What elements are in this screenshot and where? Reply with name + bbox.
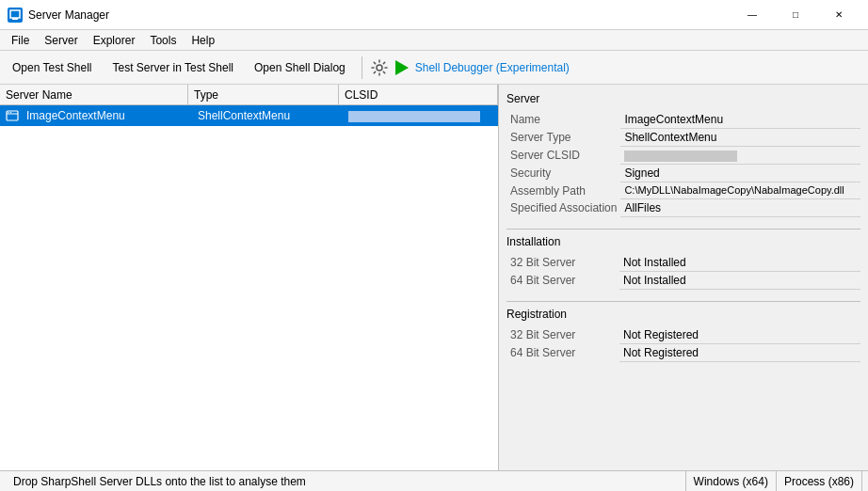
prop-value-assembly: C:\MyDLL\NabaImageCopy\NabaImageCopy.dll: [620, 182, 860, 199]
maximize-button[interactable]: □: [774, 0, 817, 30]
app-icon: [8, 8, 23, 23]
window-title: Server Manager: [28, 8, 731, 22]
prop-row-assembly: Assembly Path C:\MyDLL\NabaImageCopy\Nab…: [506, 182, 860, 199]
svg-rect-1: [12, 18, 18, 20]
prop-value-association: AllFiles: [620, 199, 860, 217]
status-hint: Drop SharpShell Server DLLs onto the lis…: [6, 471, 686, 491]
svg-rect-0: [10, 10, 20, 18]
menu-server[interactable]: Server: [37, 32, 85, 49]
toolbar-separator: [362, 56, 362, 79]
gear-icon[interactable]: [370, 58, 389, 77]
prop-value-server-type: ShellContextMenu: [620, 129, 860, 147]
shell-debugger-label: Shell Debugger (Experimental): [415, 61, 570, 74]
menu-explorer[interactable]: Explorer: [86, 32, 143, 49]
prop-label-clsid: Server CLSID: [506, 147, 620, 165]
row-cell-name: ImageContextMenu: [21, 109, 192, 122]
prop-value-name: ImageContextMenu: [620, 111, 860, 129]
column-header-clsid[interactable]: CLSID: [339, 85, 498, 104]
minimize-button[interactable]: —: [731, 0, 774, 30]
window-controls: — □ ✕: [731, 0, 860, 30]
reg-label-64: 64 Bit Server: [506, 344, 619, 362]
prop-row-association: Specified Association AllFiles: [506, 199, 860, 217]
section-divider-1: [506, 229, 860, 230]
prop-value-clsid: [620, 147, 860, 165]
prop-row-name: Name ImageContextMenu: [506, 111, 860, 129]
clsid-blurred-value: [624, 150, 737, 162]
svg-point-5: [8, 112, 8, 113]
menu-bar: File Server Explorer Tools Help: [0, 30, 868, 51]
status-platform: Windows (x64): [686, 471, 777, 491]
install-value-64: Not Installed: [619, 272, 860, 290]
status-process: Process (x86): [777, 471, 862, 491]
server-list-body: ImageContextMenu ShellContextMenu: [0, 105, 498, 470]
prop-row-security: Security Signed: [506, 165, 860, 182]
test-server-button[interactable]: Test Server in Test Shell: [104, 55, 243, 81]
table-row[interactable]: ImageContextMenu ShellContextMenu: [0, 105, 498, 126]
row-cell-clsid: [343, 109, 498, 122]
row-cell-type: ShellContextMenu: [192, 109, 343, 122]
reg-row-64: 64 Bit Server Not Registered: [506, 344, 860, 362]
prop-label-server-type: Server Type: [506, 129, 620, 147]
registration-properties-table: 32 Bit Server Not Registered 64 Bit Serv…: [506, 326, 860, 362]
install-label-32: 32 Bit Server: [506, 254, 619, 272]
install-row-64: 64 Bit Server Not Installed: [506, 272, 860, 290]
reg-value-64: Not Registered: [619, 344, 860, 362]
prop-label-security: Security: [506, 165, 620, 182]
prop-row-clsid: Server CLSID: [506, 147, 860, 165]
install-label-64: 64 Bit Server: [506, 272, 619, 290]
install-row-32: 32 Bit Server Not Installed: [506, 254, 860, 272]
close-button[interactable]: ✕: [817, 0, 860, 30]
open-test-shell-button[interactable]: Open Test Shell: [4, 55, 101, 81]
reg-row-32: 32 Bit Server Not Registered: [506, 326, 860, 344]
title-bar: Server Manager — □ ✕: [0, 0, 868, 30]
reg-label-32: 32 Bit Server: [506, 326, 619, 344]
menu-help[interactable]: Help: [184, 32, 222, 49]
prop-label-association: Specified Association: [506, 199, 620, 217]
prop-label-name: Name: [506, 111, 620, 129]
toolbar: Open Test Shell Test Server in Test Shel…: [0, 51, 868, 85]
menu-file[interactable]: File: [4, 32, 37, 49]
installation-properties-table: 32 Bit Server Not Installed 64 Bit Serve…: [506, 254, 860, 290]
play-icon[interactable]: [393, 58, 411, 77]
prop-label-assembly: Assembly Path: [506, 182, 620, 199]
prop-row-server-type: Server Type ShellContextMenu: [506, 129, 860, 147]
open-shell-dialog-button[interactable]: Open Shell Dialog: [246, 55, 354, 81]
svg-point-2: [377, 65, 382, 71]
prop-value-security: Signed: [620, 165, 860, 182]
server-list-panel: Server Name Type CLSID ImageContextMenu …: [0, 85, 499, 470]
server-properties-table: Name ImageContextMenu Server Type ShellC…: [506, 111, 860, 217]
menu-tools[interactable]: Tools: [142, 32, 184, 49]
properties-panel: Server Name ImageContextMenu Server Type…: [499, 85, 868, 470]
server-row-icon: [4, 107, 21, 124]
registration-section-title: Registration: [506, 308, 860, 321]
main-content: Server Name Type CLSID ImageContextMenu …: [0, 85, 868, 470]
install-value-32: Not Installed: [619, 254, 860, 272]
column-header-name[interactable]: Server Name: [0, 85, 188, 104]
svg-point-6: [10, 112, 11, 113]
column-header-type[interactable]: Type: [188, 85, 339, 104]
section-divider-2: [506, 301, 860, 302]
list-header: Server Name Type CLSID: [0, 85, 498, 105]
status-bar: Drop SharpShell Server DLLs onto the lis…: [0, 470, 868, 491]
installation-section-title: Installation: [506, 235, 860, 248]
server-section-title: Server: [506, 92, 860, 105]
reg-value-32: Not Registered: [619, 326, 860, 344]
